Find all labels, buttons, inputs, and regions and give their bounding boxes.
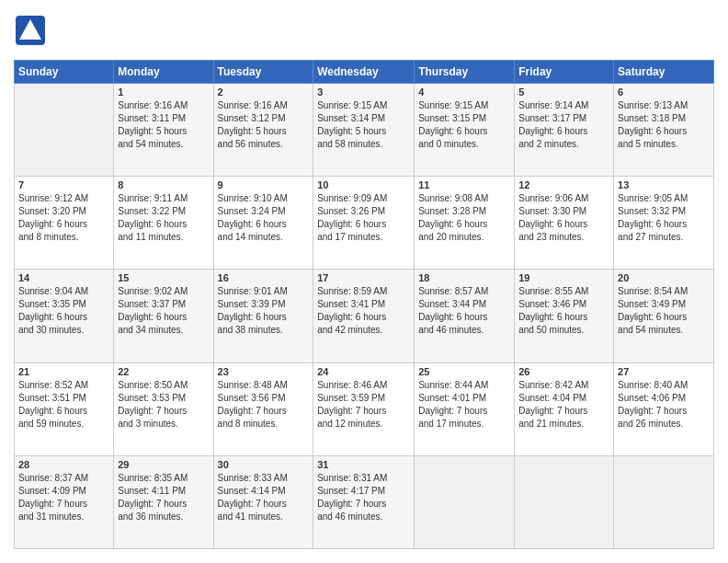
day-number: 6 (618, 86, 710, 98)
day-info: Sunrise: 8:55 AM Sunset: 3:46 PM Dayligh… (518, 285, 609, 337)
calendar-cell: 6Sunrise: 9:13 AM Sunset: 3:18 PM Daylig… (614, 84, 714, 177)
day-info: Sunrise: 9:06 AM Sunset: 3:30 PM Dayligh… (518, 192, 609, 244)
day-info: Sunrise: 9:08 AM Sunset: 3:28 PM Dayligh… (418, 192, 510, 244)
day-number: 4 (418, 86, 510, 98)
day-info: Sunrise: 8:35 AM Sunset: 4:11 PM Dayligh… (118, 472, 209, 523)
column-header-wednesday: Wednesday (313, 61, 415, 84)
day-number: 2 (218, 86, 310, 98)
calendar-cell: 17Sunrise: 8:59 AM Sunset: 3:41 PM Dayli… (313, 270, 415, 362)
day-number: 19 (518, 272, 609, 283)
day-info: Sunrise: 9:13 AM Sunset: 3:18 PM Dayligh… (618, 99, 710, 151)
day-number: 23 (218, 366, 310, 377)
calendar-cell: 22Sunrise: 8:50 AM Sunset: 3:53 PM Dayli… (114, 362, 213, 455)
calendar-cell: 18Sunrise: 8:57 AM Sunset: 3:44 PM Dayli… (415, 270, 515, 362)
day-info: Sunrise: 9:04 AM Sunset: 3:35 PM Dayligh… (18, 285, 109, 337)
calendar-cell (15, 84, 114, 177)
day-number: 31 (317, 459, 410, 470)
day-number: 13 (618, 179, 710, 190)
day-number: 22 (118, 366, 209, 377)
calendar-cell: 23Sunrise: 8:48 AM Sunset: 3:56 PM Dayli… (213, 362, 313, 455)
day-number: 10 (317, 179, 410, 190)
calendar-cell: 4Sunrise: 9:15 AM Sunset: 3:15 PM Daylig… (415, 84, 515, 177)
week-row-4: 28Sunrise: 8:37 AM Sunset: 4:09 PM Dayli… (15, 455, 714, 548)
calendar-cell: 20Sunrise: 8:54 AM Sunset: 3:49 PM Dayli… (614, 270, 714, 362)
day-info: Sunrise: 8:33 AM Sunset: 4:14 PM Dayligh… (218, 472, 310, 523)
day-number: 24 (317, 366, 410, 377)
day-info: Sunrise: 9:15 AM Sunset: 3:14 PM Dayligh… (317, 99, 410, 151)
calendar-header-row: SundayMondayTuesdayWednesdayThursdayFrid… (15, 61, 714, 84)
day-info: Sunrise: 9:14 AM Sunset: 3:17 PM Dayligh… (518, 99, 609, 151)
calendar-cell: 27Sunrise: 8:40 AM Sunset: 4:06 PM Dayli… (614, 362, 714, 455)
day-number: 15 (118, 272, 209, 283)
day-info: Sunrise: 8:59 AM Sunset: 3:41 PM Dayligh… (317, 285, 410, 337)
day-info: Sunrise: 9:12 AM Sunset: 3:20 PM Dayligh… (18, 192, 109, 244)
calendar-cell: 2Sunrise: 9:16 AM Sunset: 3:12 PM Daylig… (213, 84, 313, 177)
calendar-cell (515, 455, 614, 548)
calendar-cell: 14Sunrise: 9:04 AM Sunset: 3:35 PM Dayli… (15, 270, 114, 362)
logo-icon (14, 14, 47, 47)
column-header-friday: Friday (515, 61, 614, 84)
calendar-cell: 13Sunrise: 9:05 AM Sunset: 3:32 PM Dayli… (614, 177, 714, 270)
day-number: 18 (418, 272, 510, 283)
calendar-cell: 16Sunrise: 9:01 AM Sunset: 3:39 PM Dayli… (213, 270, 313, 362)
day-info: Sunrise: 8:37 AM Sunset: 4:09 PM Dayligh… (18, 472, 109, 523)
day-number: 21 (18, 366, 109, 377)
day-number: 8 (118, 179, 209, 190)
day-number: 5 (518, 86, 609, 98)
day-number: 11 (418, 179, 510, 190)
day-info: Sunrise: 9:11 AM Sunset: 3:22 PM Dayligh… (118, 192, 209, 244)
day-info: Sunrise: 8:46 AM Sunset: 3:59 PM Dayligh… (317, 379, 410, 431)
day-info: Sunrise: 9:09 AM Sunset: 3:26 PM Dayligh… (317, 192, 410, 244)
day-number: 14 (18, 272, 109, 283)
calendar-cell: 25Sunrise: 8:44 AM Sunset: 4:01 PM Dayli… (415, 362, 515, 455)
column-header-thursday: Thursday (415, 61, 515, 84)
day-info: Sunrise: 9:05 AM Sunset: 3:32 PM Dayligh… (618, 192, 710, 244)
column-header-monday: Monday (114, 61, 213, 84)
calendar-cell: 30Sunrise: 8:33 AM Sunset: 4:14 PM Dayli… (213, 455, 313, 548)
column-header-tuesday: Tuesday (213, 61, 313, 84)
day-number: 29 (118, 459, 209, 470)
calendar-cell: 28Sunrise: 8:37 AM Sunset: 4:09 PM Dayli… (15, 455, 114, 548)
day-info: Sunrise: 9:15 AM Sunset: 3:15 PM Dayligh… (418, 99, 510, 151)
calendar-cell: 19Sunrise: 8:55 AM Sunset: 3:46 PM Dayli… (515, 270, 614, 362)
day-info: Sunrise: 8:42 AM Sunset: 4:04 PM Dayligh… (518, 379, 609, 431)
day-info: Sunrise: 9:10 AM Sunset: 3:24 PM Dayligh… (218, 192, 310, 244)
calendar-cell: 29Sunrise: 8:35 AM Sunset: 4:11 PM Dayli… (114, 455, 213, 548)
day-info: Sunrise: 8:40 AM Sunset: 4:06 PM Dayligh… (618, 379, 710, 431)
calendar-cell: 7Sunrise: 9:12 AM Sunset: 3:20 PM Daylig… (15, 177, 114, 270)
logo (14, 14, 51, 51)
calendar-body: 1Sunrise: 9:16 AM Sunset: 3:11 PM Daylig… (15, 84, 714, 549)
calendar-cell: 3Sunrise: 9:15 AM Sunset: 3:14 PM Daylig… (313, 84, 415, 177)
day-number: 12 (518, 179, 609, 190)
day-number: 26 (518, 366, 609, 377)
week-row-0: 1Sunrise: 9:16 AM Sunset: 3:11 PM Daylig… (15, 84, 714, 177)
calendar-cell: 11Sunrise: 9:08 AM Sunset: 3:28 PM Dayli… (415, 177, 515, 270)
column-header-sunday: Sunday (15, 61, 114, 84)
calendar-cell: 8Sunrise: 9:11 AM Sunset: 3:22 PM Daylig… (114, 177, 213, 270)
day-info: Sunrise: 9:16 AM Sunset: 3:12 PM Dayligh… (218, 99, 310, 151)
calendar-cell: 5Sunrise: 9:14 AM Sunset: 3:17 PM Daylig… (515, 84, 614, 177)
day-number: 1 (118, 86, 209, 98)
day-number: 25 (418, 366, 510, 377)
calendar-table: SundayMondayTuesdayWednesdayThursdayFrid… (14, 60, 714, 549)
day-number: 28 (18, 459, 109, 470)
day-number: 20 (618, 272, 710, 283)
day-number: 17 (317, 272, 410, 283)
day-number: 16 (218, 272, 310, 283)
calendar-cell: 26Sunrise: 8:42 AM Sunset: 4:04 PM Dayli… (515, 362, 614, 455)
header (14, 14, 714, 51)
day-info: Sunrise: 8:31 AM Sunset: 4:17 PM Dayligh… (317, 472, 410, 523)
day-info: Sunrise: 8:50 AM Sunset: 3:53 PM Dayligh… (118, 379, 209, 431)
calendar-cell: 12Sunrise: 9:06 AM Sunset: 3:30 PM Dayli… (515, 177, 614, 270)
calendar-cell: 15Sunrise: 9:02 AM Sunset: 3:37 PM Dayli… (114, 270, 213, 362)
week-row-3: 21Sunrise: 8:52 AM Sunset: 3:51 PM Dayli… (15, 362, 714, 455)
day-info: Sunrise: 8:48 AM Sunset: 3:56 PM Dayligh… (218, 379, 310, 431)
day-info: Sunrise: 8:57 AM Sunset: 3:44 PM Dayligh… (418, 285, 510, 337)
day-info: Sunrise: 9:02 AM Sunset: 3:37 PM Dayligh… (118, 285, 209, 337)
column-header-saturday: Saturday (614, 61, 714, 84)
day-info: Sunrise: 8:52 AM Sunset: 3:51 PM Dayligh… (18, 379, 109, 431)
week-row-2: 14Sunrise: 9:04 AM Sunset: 3:35 PM Dayli… (15, 270, 714, 362)
calendar-cell: 9Sunrise: 9:10 AM Sunset: 3:24 PM Daylig… (213, 177, 313, 270)
day-number: 30 (218, 459, 310, 470)
day-number: 27 (618, 366, 710, 377)
